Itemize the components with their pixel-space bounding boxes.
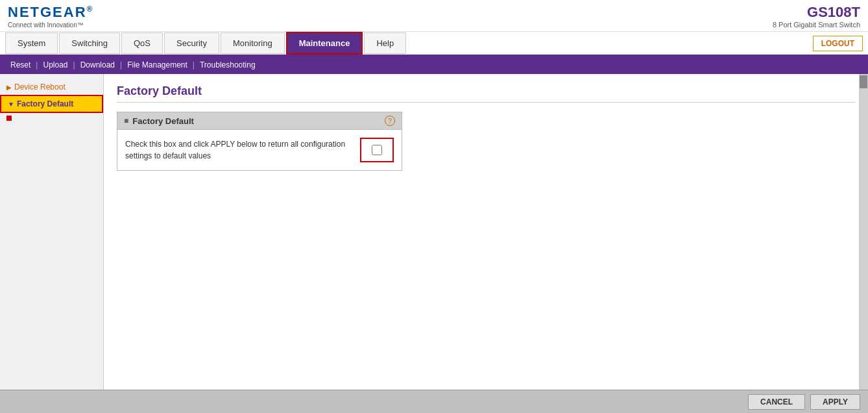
logo-area: NETGEAR® Connect with Innovation™ <box>8 4 93 29</box>
logo-text: NETGEAR® <box>8 4 93 21</box>
cancel-button[interactable]: CANCEL <box>748 394 805 410</box>
apply-button[interactable]: APPLY <box>810 394 860 410</box>
tab-qos[interactable]: QoS <box>121 32 163 54</box>
device-model: GS108T <box>807 4 860 21</box>
subnav-troubleshooting[interactable]: Troubleshooting <box>197 59 258 71</box>
subnav-upload[interactable]: Upload <box>40 59 70 71</box>
factory-default-section: ■ Factory Default ? Check this box and c… <box>117 112 402 171</box>
red-square-icon <box>6 116 12 121</box>
scrollbar-thumb[interactable] <box>860 75 867 88</box>
tab-monitoring[interactable]: Monitoring <box>221 32 285 54</box>
tab-system[interactable]: System <box>5 32 58 54</box>
tab-security[interactable]: Security <box>164 32 219 54</box>
tab-switching[interactable]: Switching <box>59 32 120 54</box>
subnav-download[interactable]: Download <box>78 59 117 71</box>
help-icon[interactable]: ? <box>385 116 395 126</box>
subnav-sep-3: | <box>117 60 125 69</box>
tab-maintenance[interactable]: Maintenance <box>286 32 363 55</box>
logo-tagline: Connect with Innovation™ <box>8 21 93 29</box>
tab-help[interactable]: Help <box>364 32 406 54</box>
sidebar-item-device-reboot[interactable]: ▶ Device Reboot <box>0 79 103 95</box>
footer: CANCEL APPLY <box>0 390 868 413</box>
device-description: 8 Port Gigabit Smart Switch <box>773 21 860 29</box>
sidebar-item-factory-default[interactable]: ▼ Factory Default <box>0 95 103 113</box>
logout-button[interactable]: LOGOUT <box>813 36 863 51</box>
section-icon: ■ <box>124 116 128 125</box>
section-description: Check this box and click APPLY below to … <box>125 138 347 162</box>
sidebar-device-reboot-label: Device Reboot <box>14 82 66 92</box>
arrow-icon: ▶ <box>6 84 12 91</box>
sidebar-factory-default-label: Factory Default <box>17 99 73 108</box>
arrow-icon-active: ▼ <box>8 101 14 108</box>
scrollbar-track[interactable] <box>859 74 868 393</box>
subnav-sep-4: | <box>190 60 197 69</box>
section-title: Factory Default <box>132 116 194 126</box>
subnav-sep-1: | <box>33 60 40 69</box>
factory-default-checkbox[interactable] <box>372 145 382 155</box>
subnav-reset[interactable]: Reset <box>8 59 33 71</box>
factory-default-checkbox-wrapper[interactable] <box>360 138 394 162</box>
page-title: Factory Default <box>117 84 855 103</box>
subnav-file-management[interactable]: File Management <box>125 59 190 71</box>
subnav-sep-2: | <box>71 60 78 69</box>
